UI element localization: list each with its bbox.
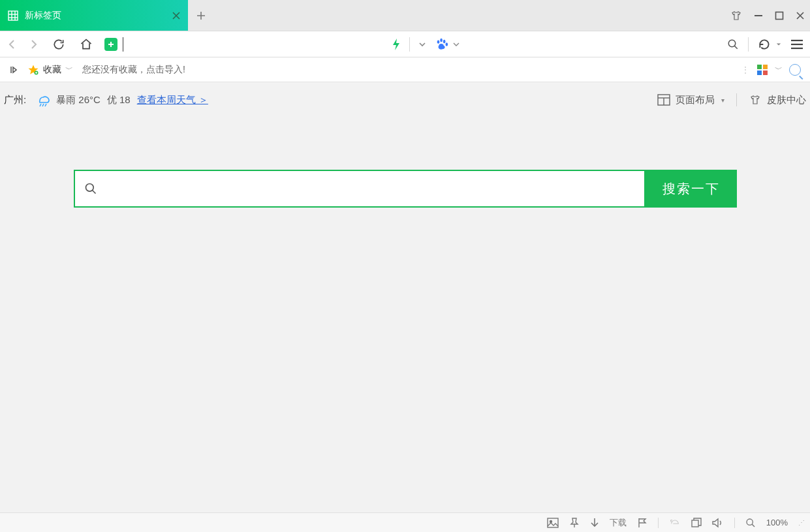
favorites-label: 收藏 — [43, 64, 61, 76]
search-input[interactable] — [104, 171, 635, 206]
search-input-wrap[interactable] — [74, 170, 646, 208]
svg-point-11 — [728, 40, 736, 47]
favorites-button[interactable]: 收藏 ﹀ — [27, 64, 73, 76]
extensions-icon[interactable] — [756, 64, 768, 76]
baidu-dropdown-icon[interactable] — [453, 41, 460, 48]
download-arrow-icon[interactable] — [590, 518, 599, 528]
restore-window-icon[interactable] — [691, 518, 702, 528]
svg-rect-34 — [692, 520, 698, 527]
svg-line-12 — [734, 46, 738, 49]
close-window-button[interactable] — [796, 11, 805, 20]
reload-button[interactable] — [52, 38, 65, 51]
svg-point-10 — [446, 42, 448, 46]
window-controls — [730, 0, 805, 31]
shield-icon — [104, 38, 117, 51]
main-search-box: 搜索一下 — [74, 170, 737, 208]
speed-dial-icon — [8, 10, 18, 21]
bookmarks-bar-right: ⋮ ﹀ — [741, 64, 801, 76]
chevron-down-icon[interactable]: ﹀ — [775, 64, 783, 75]
weather-condition: 暴雨 26°C — [56, 94, 101, 106]
download-label[interactable]: 下载 — [610, 517, 627, 529]
back-button[interactable] — [7, 39, 18, 50]
search-icon — [84, 182, 97, 195]
svg-point-27 — [86, 184, 93, 192]
svg-point-35 — [747, 519, 753, 525]
svg-line-28 — [92, 191, 95, 194]
resize-grip-icon[interactable]: ⋰ — [798, 519, 803, 526]
title-bar: 新标签页 — [0, 0, 810, 31]
svg-rect-17 — [757, 65, 762, 69]
svg-line-21 — [40, 104, 41, 106]
city-label: 广州: — [4, 94, 26, 106]
svg-rect-0 — [8, 11, 18, 20]
new-tab-button[interactable] — [188, 0, 214, 31]
svg-rect-6 — [776, 12, 783, 19]
tab-close-icon[interactable] — [172, 12, 180, 20]
zoom-icon[interactable] — [745, 518, 756, 528]
page-layout-label: 页面布局 — [676, 94, 715, 106]
maximize-button[interactable] — [775, 11, 784, 20]
home-button[interactable] — [80, 38, 93, 51]
svg-point-7 — [437, 40, 440, 44]
baidu-paw-icon[interactable] — [435, 37, 449, 52]
search-submit-button[interactable]: 搜索一下 — [646, 170, 737, 208]
tab-title: 新标签页 — [25, 10, 61, 22]
dots-icon: ⋮ — [741, 65, 750, 75]
svg-rect-20 — [763, 70, 768, 75]
hamburger-menu-button[interactable] — [790, 39, 803, 50]
minimize-button[interactable] — [754, 11, 763, 20]
zoom-level[interactable]: 100% — [766, 518, 788, 527]
bookmarks-bar: 收藏 ﹀ 您还没有收藏，点击导入! ⋮ ﹀ — [0, 57, 810, 82]
browser-tab-newtab[interactable]: 新标签页 — [0, 0, 188, 31]
rain-icon — [35, 93, 51, 107]
navigation-bar — [0, 31, 810, 57]
caret-icon — [123, 37, 123, 52]
chevron-down-icon: ﹀ — [65, 64, 73, 75]
toggle-sidebar-icon[interactable] — [9, 65, 18, 74]
svg-line-36 — [752, 524, 755, 527]
address-bar-right-icons — [132, 37, 718, 52]
skin-center-label: 皮肤中心 — [767, 94, 806, 106]
address-bar[interactable] — [104, 37, 123, 52]
weekly-weather-link[interactable]: 查看本周天气 ＞ — [137, 94, 208, 106]
search-icon[interactable] — [727, 39, 739, 50]
svg-rect-29 — [548, 518, 558, 527]
new-tab-content: 搜索一下 — [0, 117, 810, 512]
pin-icon[interactable] — [569, 518, 580, 528]
info-bar-right: 页面布局 ▾ 皮肤中心 — [657, 93, 806, 106]
skin-center-button[interactable]: 皮肤中心 — [749, 94, 806, 106]
triangle-down-icon: ▾ — [721, 97, 724, 104]
ie-mode-icon[interactable] — [669, 518, 681, 528]
svg-line-23 — [45, 104, 46, 106]
svg-rect-18 — [763, 65, 768, 69]
status-bar: 下载 100% ⋰ — [0, 512, 810, 532]
undo-button[interactable] — [758, 38, 771, 51]
dropdown-chevron-icon[interactable] — [418, 40, 427, 49]
mute-icon[interactable] — [712, 518, 724, 528]
svg-point-8 — [440, 38, 443, 42]
star-icon — [27, 64, 39, 76]
image-icon[interactable] — [547, 518, 559, 528]
bookmarks-empty-hint[interactable]: 您还没有收藏，点击导入! — [82, 64, 185, 76]
svg-rect-19 — [757, 70, 762, 75]
lightning-icon[interactable] — [391, 38, 401, 51]
svg-point-9 — [443, 39, 446, 42]
flag-icon[interactable] — [637, 518, 647, 528]
tshirt-icon[interactable] — [730, 10, 742, 22]
forward-button[interactable] — [27, 39, 39, 50]
aqi-label: 优 18 — [107, 94, 131, 106]
svg-line-22 — [42, 104, 44, 106]
page-layout-button[interactable]: 页面布局 ▾ — [657, 94, 724, 106]
undo-dropdown-icon[interactable] — [776, 42, 781, 47]
find-on-page-icon[interactable] — [789, 64, 801, 76]
info-bar: 广州: 暴雨 26°C 优 18 查看本周天气 ＞ 页面布局 ▾ 皮肤中心 — [0, 82, 810, 117]
navbar-right — [727, 37, 803, 52]
